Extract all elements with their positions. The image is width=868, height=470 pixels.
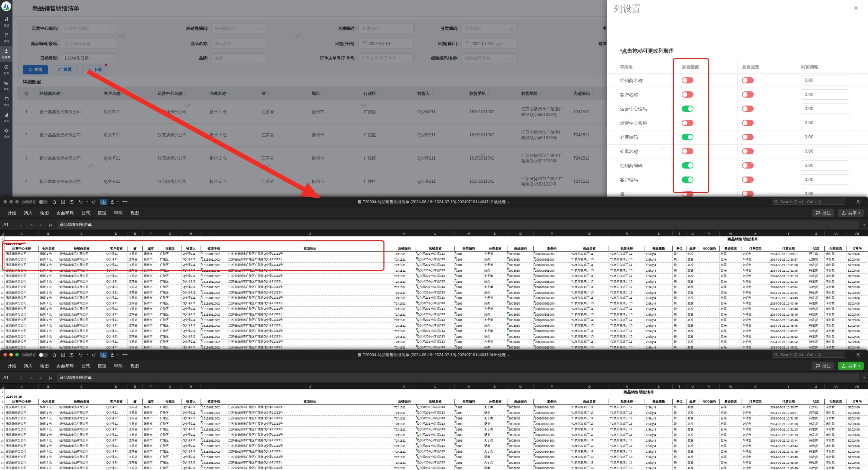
sheet-cell[interactable]: 江苏省扬州市广陵区广陵路Q少泽21313号 xyxy=(227,257,393,263)
row-number[interactable]: 1 xyxy=(0,389,5,394)
sheet-cell[interactable] xyxy=(699,334,720,340)
sheet-cell[interactable]: 未付款 xyxy=(825,460,847,466)
sheet-cell[interactable]: 200200365000 xyxy=(534,301,570,307)
sheet-cell[interactable]: Y1奥尔良鸡丁 13 xyxy=(609,323,645,328)
column-header-L[interactable]: L xyxy=(416,231,455,236)
search-input[interactable]: Search (Cmd + Ctrl + U) xyxy=(772,198,845,205)
sheet-cell[interactable]: T241511 xyxy=(393,427,416,432)
sheet-cell[interactable]: 袋 xyxy=(673,328,687,334)
sheet-cell[interactable]: 2003648 xyxy=(507,252,534,257)
sheet-cell[interactable]: 惠发 xyxy=(687,301,699,307)
sheet-cell[interactable]: 扬州 1 仓 xyxy=(39,296,58,301)
column-header-Z[interactable]: Z xyxy=(808,384,825,389)
sheet-cell[interactable]: 袋 xyxy=(673,345,687,350)
sheet-cell[interactable]: 2003650 xyxy=(507,323,534,328)
sheet-header-cell[interactable]: 订单号 xyxy=(847,246,868,252)
sheet-cell[interactable]: 惠发 xyxy=(687,432,699,438)
sheet-cell[interactable]: 0101 xyxy=(455,438,483,443)
row-number[interactable]: 5 xyxy=(0,257,5,263)
sheet-cell[interactable]: 广陵区 xyxy=(159,443,181,449)
sheet-cell[interactable]: 2.5kg*4 xyxy=(645,466,673,470)
sheet-cell[interactable]: 扬州 1 仓 xyxy=(39,301,58,307)
sheet-cell[interactable]: Q少泽211 xyxy=(181,284,201,290)
sheet-cell[interactable]: Y1奥尔良鸡丁 13 xyxy=(570,268,609,274)
menu-item[interactable]: 审阅 xyxy=(114,210,123,216)
sheet-cell[interactable]: 待发货 xyxy=(808,274,825,279)
sheet-cell[interactable]: 0.销售 xyxy=(742,307,769,312)
sheet-cell[interactable]: 0.销售 xyxy=(742,340,769,345)
sheet-cell[interactable]: 扬州鑫鑫食品有限公司 xyxy=(58,312,105,318)
sheet-cell[interactable]: 肠类 xyxy=(483,268,507,274)
sheet-cell[interactable]: 自采 xyxy=(720,340,742,345)
sheet-cell[interactable]: 2003648 xyxy=(507,427,534,432)
sheet-header-cell[interactable]: NCC编码 xyxy=(699,399,720,405)
sheet-header-cell[interactable]: 城市 xyxy=(143,246,159,252)
sheet-cell[interactable]: Q少泽201-分常温313 xyxy=(416,443,455,449)
sheet-cell[interactable]: 待发货 xyxy=(808,334,825,340)
sheet-cell[interactable]: 待发货 xyxy=(808,301,825,307)
sheet-cell[interactable]: 扬州鑫鑫食品有限公司 xyxy=(58,263,105,268)
column-header-J[interactable]: J xyxy=(227,384,393,389)
sheet-cell[interactable]: 2024-06-21 13:45:52 xyxy=(769,340,808,345)
sheet-cell[interactable]: 江苏省扬州市广陵区广陵路Q少泽21313号 xyxy=(227,345,393,350)
menu-item[interactable]: 插入 xyxy=(24,363,33,369)
sheet-cell[interactable]: 惠发 xyxy=(687,263,699,268)
sheet-cell[interactable]: Y1奥尔良鸡丁 11 xyxy=(609,405,645,410)
sheet-cell[interactable]: 惠发 xyxy=(687,427,699,432)
sheet-cell[interactable]: 广陵区 xyxy=(159,460,181,466)
sheet-cell[interactable]: 0101 xyxy=(455,296,483,301)
sheet-cell[interactable]: 未付款 xyxy=(825,466,847,470)
sheet-cell[interactable]: Y1奥尔良鸡丁 13 xyxy=(570,410,609,416)
sheet-cell[interactable]: 惠发 xyxy=(687,323,699,328)
sheet-cell[interactable]: S202406 xyxy=(847,284,868,290)
row-number[interactable]: 5 xyxy=(0,410,5,416)
column-header-R[interactable]: R xyxy=(609,231,645,236)
panel-field-name[interactable]: 客户编码 xyxy=(620,173,638,187)
sheet-cell[interactable]: 200200364800 xyxy=(534,252,570,257)
sheet-cell[interactable]: 扬州市 xyxy=(143,405,159,410)
sheet-cell[interactable]: 未付款 xyxy=(825,284,847,290)
sheet-cell[interactable]: 江苏省 xyxy=(127,257,143,263)
modal-backdrop[interactable] xyxy=(0,0,607,198)
sheet-cell[interactable]: 200200364800 xyxy=(534,416,570,421)
sheet-cell[interactable]: 待发货 xyxy=(808,449,825,454)
sheet-header-cell[interactable]: 商品名称 xyxy=(570,246,609,252)
sheet-cell[interactable]: 200200364800 xyxy=(534,263,570,268)
sheet-cell[interactable] xyxy=(699,318,720,323)
sheet-cell[interactable]: 200200365000 xyxy=(534,421,570,427)
sheet-cell[interactable]: 2003650 xyxy=(507,410,534,416)
sheet-cell[interactable]: 扬州鑫鑫食品有限公司 xyxy=(58,323,105,328)
sheet-cell[interactable]: 扬州鑫鑫食品有限公司 xyxy=(58,438,105,443)
sheet-cell[interactable]: Q少泽211 xyxy=(181,427,201,432)
sheet-cell[interactable]: 0.销售 xyxy=(742,301,769,307)
column-header-AA[interactable]: AA xyxy=(825,231,847,236)
sheet-cell[interactable]: Q少泽21 xyxy=(105,284,127,290)
sheet-cell[interactable]: Y1奥尔良鸡丁 13 xyxy=(570,323,609,328)
sheet-cell[interactable]: 惠发 xyxy=(687,334,699,340)
formula-input[interactable]: 商品销售明细清单 xyxy=(57,373,859,382)
row-number[interactable]: 6 xyxy=(0,416,5,421)
sheet-cell[interactable]: 广陵区 xyxy=(159,301,181,307)
sheet-cell[interactable] xyxy=(699,345,720,350)
sheet-cell[interactable]: 惠发 xyxy=(687,307,699,312)
collaborators-icon[interactable] xyxy=(856,352,862,356)
sheet-cell[interactable]: 2003648 xyxy=(507,274,534,279)
sheet-cell[interactable]: 江苏省 xyxy=(127,301,143,307)
sheet-cell[interactable]: Y1奥尔良鸡丁 13 xyxy=(609,268,645,274)
sheet-cell[interactable]: 自采 xyxy=(720,318,742,323)
sheet-cell[interactable]: 江苏省扬州市广陵区广陵路Q少泽21313号 xyxy=(227,427,393,432)
sheet-cell[interactable]: Y1奥尔良鸡丁 11 xyxy=(609,274,645,279)
sheet-cell[interactable]: 未付款 xyxy=(825,307,847,312)
sheet-cell[interactable]: 江苏省 xyxy=(127,454,143,460)
sheet-cell[interactable]: 0.销售 xyxy=(742,334,769,340)
sheet-cell[interactable]: 江苏省 xyxy=(127,318,143,323)
sheet-cell[interactable]: 扬州 1 仓 xyxy=(39,443,58,449)
sheet-cell[interactable]: Q少泽211 xyxy=(181,460,201,466)
sheet-cell[interactable]: 2003650 xyxy=(507,432,534,438)
sheet-cell[interactable]: 扬州鑫鑫食品有限公司 xyxy=(58,345,105,350)
sheet-cell[interactable]: Q少泽201-分常温313 xyxy=(416,296,455,301)
sheet-cell[interactable]: 丸子类 xyxy=(483,263,507,268)
sheet-cell[interactable]: 自采 xyxy=(720,334,742,340)
sheet-cell[interactable]: 2.5kg*4 xyxy=(645,296,673,301)
fixed-toggle[interactable] xyxy=(742,162,754,169)
